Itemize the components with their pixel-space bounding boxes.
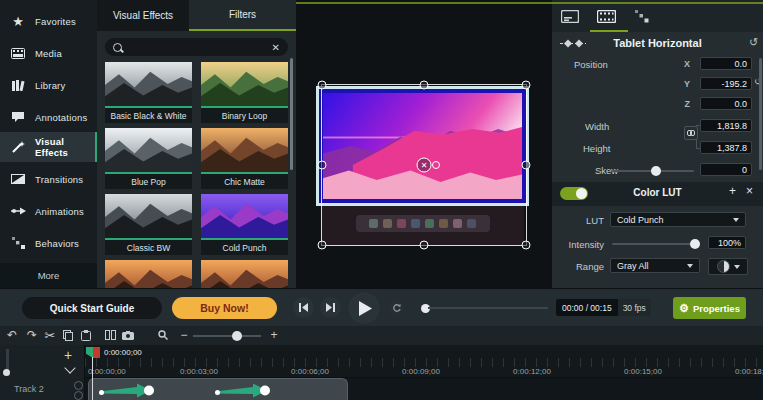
loop-button[interactable]: [388, 300, 404, 316]
timeline-zoom-slider-thumb[interactable]: [232, 331, 242, 341]
lut-dropdown[interactable]: Cold Punch: [610, 212, 746, 227]
effects-scrollbar[interactable]: [290, 58, 293, 170]
scrubber-track[interactable]: [428, 307, 548, 309]
selection-bounding-box[interactable]: ✕: [321, 84, 527, 246]
search-input[interactable]: [128, 41, 272, 53]
lut-value: Cold Punch: [617, 215, 664, 225]
properties-button[interactable]: ⚙ Properties: [673, 297, 746, 319]
sidebar-item-transitions[interactable]: Transitions: [0, 164, 97, 194]
sidebar-item-label: Animations: [35, 206, 84, 217]
redo-icon[interactable]: ↷: [24, 327, 40, 343]
track-lock-icon[interactable]: [74, 391, 83, 400]
effect-thumbnail[interactable]: Binary Loop: [201, 62, 288, 123]
effect-thumbnail[interactable]: Chic Matte: [201, 128, 288, 189]
position-x-input[interactable]: 0.0: [700, 57, 752, 70]
resize-handle-bottom[interactable]: [420, 241, 429, 250]
timeline-zoom-slider-track[interactable]: [193, 335, 261, 337]
ruler-time-label: 0:00:09;00: [402, 367, 440, 376]
tab-visual-effects[interactable]: Visual Effects: [97, 0, 189, 31]
zoom-in-icon[interactable]: +: [266, 327, 282, 343]
split-icon[interactable]: [102, 327, 118, 343]
effect-thumbnail[interactable]: Classic BW: [105, 194, 192, 255]
resize-handle-top[interactable]: [420, 81, 429, 90]
effect-thumbnail[interactable]: [201, 260, 288, 288]
play-button[interactable]: [348, 292, 380, 324]
skew-input[interactable]: 0: [700, 163, 752, 176]
rotation-grip-handle[interactable]: [432, 161, 440, 169]
sidebar-item-library[interactable]: Library: [0, 70, 97, 100]
close-lut-icon[interactable]: ×: [746, 185, 753, 197]
link-dimensions-icon[interactable]: [684, 126, 698, 140]
timeline-ruler[interactable]: [85, 358, 763, 367]
track-visibility-icon[interactable]: [74, 381, 83, 390]
add-lut-icon[interactable]: +: [729, 185, 736, 197]
properties-panel: Tablet Horizontal ↺ Position X 0.0 Y -19…: [552, 0, 763, 288]
tab-media-properties[interactable]: [556, 6, 584, 26]
animation-arrow[interactable]: [99, 382, 169, 398]
resize-handle-top-left[interactable]: [318, 81, 327, 90]
step-forward-button[interactable]: [320, 297, 341, 318]
properties-scrollbar[interactable]: [759, 58, 762, 170]
behaviors-icon: [635, 10, 649, 23]
canvas-preview: ✕: [296, 0, 552, 288]
intensity-slider-thumb[interactable]: [690, 239, 700, 249]
sidebar-item-favorites[interactable]: ★ Favorites: [0, 6, 97, 36]
height-label: Height: [583, 143, 610, 154]
effect-thumbnail[interactable]: Blue Pop: [105, 128, 192, 189]
paste-icon[interactable]: [78, 327, 94, 343]
clear-search-icon[interactable]: ✕: [272, 42, 280, 53]
tab-filters[interactable]: Filters: [189, 0, 296, 31]
height-input[interactable]: 1,387.8: [700, 141, 752, 154]
sidebar-item-behaviors[interactable]: Behaviors: [0, 228, 97, 258]
rotation-center-handle[interactable]: ✕: [417, 158, 432, 173]
effects-search[interactable]: ✕: [105, 38, 288, 56]
effect-thumbnail[interactable]: Basic Black & White: [105, 62, 192, 123]
zoom-search-icon[interactable]: [155, 327, 171, 343]
sidebar-item-media[interactable]: Media: [0, 38, 97, 68]
track-height-slider-track[interactable]: [6, 349, 9, 371]
effect-preview-image: [201, 62, 288, 106]
resize-handle-right[interactable]: [522, 161, 531, 170]
resize-handle-bottom-right[interactable]: [522, 241, 531, 250]
playhead-line[interactable]: [92, 357, 93, 400]
collapse-tracks-icon[interactable]: [64, 362, 75, 373]
step-back-button[interactable]: [293, 297, 314, 318]
intensity-input[interactable]: 100%: [708, 236, 746, 249]
resize-handle-top-right[interactable]: [522, 81, 531, 90]
copy-icon[interactable]: [60, 327, 76, 343]
position-z-input[interactable]: 0.0: [700, 97, 752, 110]
sidebar-item-animations[interactable]: Animations: [0, 196, 97, 226]
zoom-out-icon[interactable]: −: [176, 327, 192, 343]
intensity-slider-track[interactable]: [612, 243, 700, 245]
buy-now-button[interactable]: Buy Now!: [172, 297, 277, 319]
cut-icon[interactable]: ✂: [42, 327, 58, 343]
tab-behaviors-properties[interactable]: [628, 6, 656, 26]
effect-thumbnail[interactable]: [105, 260, 192, 288]
speech-bubble-icon: [10, 110, 26, 124]
effect-name: Cold Punch: [201, 240, 288, 255]
tab-clip-properties[interactable]: [592, 6, 620, 26]
add-track-button[interactable]: +: [64, 347, 72, 363]
reset-all-icon[interactable]: ↺: [749, 37, 758, 48]
play-icon: [359, 301, 372, 316]
sidebar-item-annotations[interactable]: Annotations: [0, 102, 97, 132]
effect-thumbnail[interactable]: Cold Punch: [201, 194, 288, 255]
skew-slider-thumb[interactable]: [651, 166, 661, 176]
quick-start-guide-button[interactable]: Quick Start Guide: [22, 297, 162, 319]
track-height-slider-thumb[interactable]: [3, 369, 10, 376]
playhead-time: 0:00:00;00: [104, 348, 142, 357]
undo-icon[interactable]: ↶: [4, 327, 20, 343]
range-swatch-button[interactable]: [708, 258, 748, 275]
sidebar-more-button[interactable]: More: [0, 263, 97, 288]
width-input[interactable]: 1,819.8: [700, 119, 752, 132]
resize-handle-bottom-left[interactable]: [318, 241, 327, 250]
range-dropdown[interactable]: Gray All: [610, 258, 700, 273]
animation-arrow[interactable]: [215, 382, 285, 398]
sidebar-item-visual-effects[interactable]: Visual Effects: [0, 132, 97, 162]
playhead-out-flag[interactable]: [93, 347, 100, 358]
position-y-input[interactable]: -195.2: [700, 77, 752, 90]
resize-handle-left[interactable]: [318, 161, 327, 170]
timeline-clip[interactable]: [88, 378, 348, 400]
record-camera-icon[interactable]: [120, 327, 136, 343]
fps-display[interactable]: 30 fps: [618, 299, 651, 316]
